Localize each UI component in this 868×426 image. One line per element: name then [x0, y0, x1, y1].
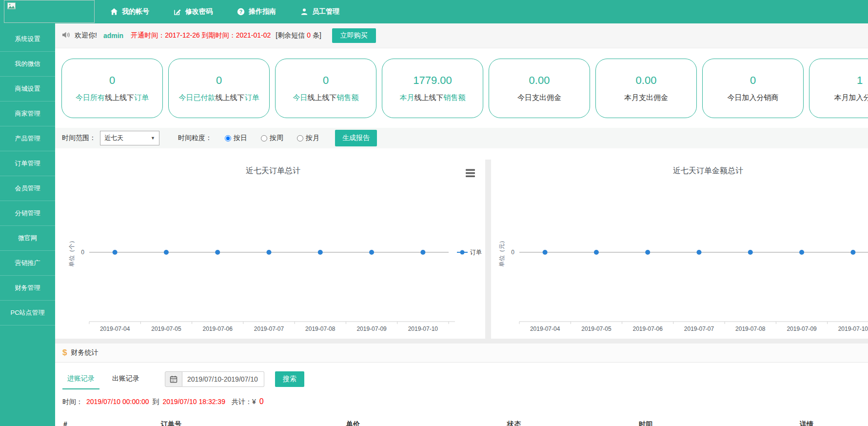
- granularity-radios: 按日按周按月: [225, 134, 319, 142]
- x-tick-label: 2019-07-07: [254, 325, 284, 332]
- data-point[interactable]: [799, 250, 804, 255]
- data-point[interactable]: [318, 250, 323, 255]
- search-button[interactable]: 搜索: [275, 371, 304, 387]
- edit-icon: [174, 8, 181, 16]
- sidebar-item-9[interactable]: 营销推广: [0, 251, 55, 276]
- sidebar-item-8[interactable]: 微官网: [0, 226, 55, 251]
- line-chart: 近七天订单金额总计单位（元）02019-07-042019-07-052019-…: [491, 160, 868, 339]
- x-tick-label: 2019-07-06: [203, 325, 233, 332]
- x-tick-label: 2019-07-07: [684, 325, 714, 332]
- svg-text:订单: 订单: [470, 249, 482, 256]
- menu-item-1[interactable]: 修改密码: [174, 7, 213, 16]
- sidebar-item-4[interactable]: 产品管理: [0, 126, 55, 151]
- y-axis-label: 单位（个）: [68, 238, 75, 267]
- calendar-icon[interactable]: [165, 371, 182, 387]
- data-point[interactable]: [164, 250, 169, 255]
- data-point[interactable]: [594, 250, 599, 255]
- x-tick-label: 2019-07-05: [151, 325, 181, 332]
- radio-input[interactable]: [261, 135, 267, 142]
- data-point[interactable]: [267, 250, 272, 255]
- finance-tabs-row: 进账记录出账记录 搜索: [55, 369, 868, 389]
- sidebar-item-2[interactable]: 商城设置: [0, 77, 55, 101]
- stat-card-6[interactable]: 0今日加入分销商: [702, 59, 804, 118]
- main-content: 欢迎你! admin 开通时间：2017-12-26 到期时间：2021-01-…: [55, 23, 868, 426]
- chart-title: 近七天订单总计: [246, 166, 300, 175]
- svg-text:?: ?: [239, 9, 242, 15]
- stat-card-3[interactable]: 1779.00本月线上线下销售额: [382, 59, 483, 118]
- stat-label: 今日支出佣金: [517, 93, 561, 102]
- tab-1[interactable]: 出账记录: [107, 369, 144, 389]
- menu-item-0[interactable]: 我的帐号: [110, 7, 149, 16]
- data-point[interactable]: [420, 250, 425, 255]
- home-icon: [110, 8, 118, 16]
- finance-section-header: $ 财务统计: [55, 344, 868, 363]
- table-header-0: #: [63, 420, 67, 426]
- broken-image-icon: [7, 2, 16, 11]
- sidebar-item-7[interactable]: 分销管理: [0, 201, 55, 226]
- data-point[interactable]: [697, 250, 702, 255]
- stat-value: 1: [857, 74, 863, 87]
- data-point[interactable]: [748, 250, 753, 255]
- menu-item-2[interactable]: ?操作指南: [237, 7, 276, 16]
- stat-value: 0: [109, 74, 115, 87]
- chart-menu-icon[interactable]: [466, 169, 475, 178]
- dollar-icon: $: [62, 348, 67, 358]
- menu-item-3[interactable]: 员工管理: [300, 7, 339, 16]
- x-tick-label: 2019-07-05: [581, 325, 612, 332]
- data-point[interactable]: [645, 250, 650, 255]
- order-amount-chart-panel: 近七天订单金额总计单位（元）02019-07-042019-07-052019-…: [491, 160, 868, 339]
- data-point[interactable]: [369, 250, 374, 255]
- stat-label: 今日所有线上线下订单: [76, 93, 149, 102]
- radio-input[interactable]: [297, 135, 303, 142]
- stat-value: 0: [323, 74, 329, 87]
- stat-label: 本月支出佣金: [624, 93, 668, 102]
- time-label: 时间：: [62, 398, 83, 406]
- sidebar-item-6[interactable]: 会员管理: [0, 176, 55, 201]
- stat-card-7[interactable]: 1本月加入分销商: [809, 59, 868, 118]
- stat-label: 今日加入分销商: [728, 93, 779, 102]
- menu-item-label: 修改密码: [185, 7, 213, 16]
- stat-cards-row: 0今日所有线上线下订单0今日已付款线上线下订单0今日线上线下销售额1779.00…: [61, 59, 868, 118]
- x-tick-label: 2019-07-08: [735, 325, 766, 332]
- total-label: 共计：¥: [232, 398, 256, 406]
- account-period: 开通时间：2017-12-26 到期时间：2021-01-02: [131, 31, 271, 40]
- sidebar-item-11[interactable]: PC站点管理: [0, 301, 55, 325]
- stat-card-1[interactable]: 0今日已付款线上线下订单: [168, 59, 270, 118]
- stat-card-5[interactable]: 0.00本月支出佣金: [595, 59, 697, 118]
- stat-card-4[interactable]: 0.00今日支出佣金: [489, 59, 590, 118]
- buy-now-button[interactable]: 立即购买: [332, 28, 376, 43]
- data-point[interactable]: [850, 250, 855, 255]
- x-tick-label: 2019-07-09: [787, 325, 817, 332]
- granularity-option-1[interactable]: 按周: [261, 134, 283, 142]
- menu-item-label: 员工管理: [312, 7, 339, 16]
- stat-value: 0.00: [529, 74, 550, 87]
- granularity-option-2[interactable]: 按月: [297, 134, 319, 142]
- finance-summary: 时间： 2019/07/10 00:00:00 到 2019/07/10 18:…: [55, 397, 868, 406]
- legend[interactable]: 订单: [457, 249, 482, 256]
- granularity-label: 时间粒度：: [178, 134, 212, 142]
- menu-item-label: 操作指南: [249, 7, 276, 16]
- sidebar-item-1[interactable]: 我的微信: [0, 52, 55, 77]
- granularity-option-0[interactable]: 按日: [225, 134, 247, 142]
- time-range-select[interactable]: 近七天 ▼: [100, 131, 159, 145]
- x-tick-label: 2019-07-04: [530, 325, 560, 332]
- tab-0[interactable]: 进账记录: [62, 369, 99, 389]
- time-from: 2019/07/10 00:00:00: [86, 398, 149, 406]
- date-range-input[interactable]: [182, 371, 264, 387]
- chevron-down-icon: ▼: [151, 136, 155, 141]
- generate-report-button[interactable]: 生成报告: [335, 130, 377, 146]
- stat-card-2[interactable]: 0今日线上线下销售额: [275, 59, 376, 118]
- table-header-2: 单价: [346, 420, 360, 426]
- sidebar-item-3[interactable]: 商家管理: [0, 101, 55, 126]
- data-point[interactable]: [113, 250, 118, 255]
- x-tick-label: 2019-07-09: [356, 325, 387, 332]
- data-point[interactable]: [215, 250, 220, 255]
- x-tick-label: 2019-07-06: [633, 325, 663, 332]
- sidebar-item-5[interactable]: 订单管理: [0, 151, 55, 176]
- stat-card-0[interactable]: 0今日所有线上线下订单: [61, 59, 163, 118]
- records-table-header: #订单号单价状态时间详情: [55, 420, 868, 426]
- data-point[interactable]: [543, 250, 548, 255]
- sidebar-item-0[interactable]: 系统设置: [0, 27, 55, 52]
- sidebar-item-10[interactable]: 财务管理: [0, 276, 55, 301]
- radio-input[interactable]: [225, 135, 231, 142]
